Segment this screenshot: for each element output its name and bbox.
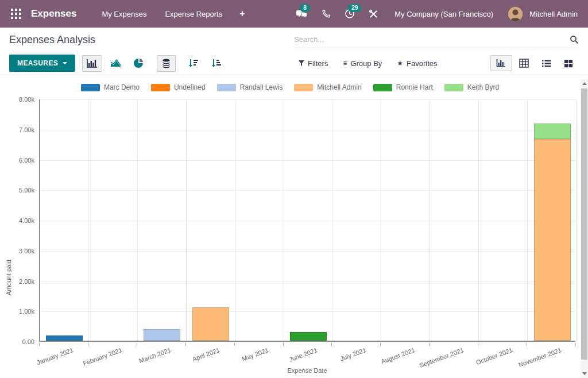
apps-menu-icon[interactable] xyxy=(8,6,24,22)
legend-label: Undefined xyxy=(174,83,206,91)
gridline-vertical xyxy=(137,99,138,341)
chart-type-line-button[interactable] xyxy=(106,55,126,71)
list-view-icon xyxy=(541,59,551,68)
x-tick-mark xyxy=(39,343,40,346)
legend-item-undefined[interactable]: Undefined xyxy=(151,83,206,91)
gridline-vertical xyxy=(235,99,235,341)
activities-button[interactable]: 29 xyxy=(339,5,361,22)
legend-swatch xyxy=(373,84,392,91)
bar-marc-demo[interactable] xyxy=(46,335,83,341)
view-switcher-graph[interactable] xyxy=(490,55,512,71)
group-by-icon: ≡ xyxy=(343,59,347,67)
top-navbar: Expenses My Expenses Expense Reports + 8… xyxy=(0,0,588,28)
favorites-label: Favorites xyxy=(407,59,437,68)
caret-down-icon xyxy=(63,62,67,64)
control-panel-toolbar: MEASURES xyxy=(0,52,588,75)
view-switcher-pivot[interactable] xyxy=(513,55,535,71)
scrollbar-thumb[interactable] xyxy=(581,88,587,360)
stacked-toggle-button[interactable] xyxy=(157,55,176,72)
x-tick-mark xyxy=(429,343,430,346)
kanban-view-icon xyxy=(564,59,573,68)
x-axis-title: Expense Date xyxy=(39,367,575,374)
sort-asc-icon xyxy=(211,59,222,68)
graph-view-content: Marc DemoUndefinedRandall LewisMitchell … xyxy=(0,75,588,378)
bar-keith-byrd[interactable] xyxy=(534,124,571,139)
view-switcher-list[interactable] xyxy=(536,56,557,71)
sort-ascending-button[interactable] xyxy=(207,55,226,72)
sort-descending-button[interactable] xyxy=(184,55,203,72)
y-tick-label: 4.00k xyxy=(1,217,34,224)
legend-swatch xyxy=(444,84,463,91)
scrollbar-down-arrow[interactable] xyxy=(581,369,588,378)
bar-mitchell-admin[interactable] xyxy=(534,139,571,341)
pie-chart-icon xyxy=(134,58,144,68)
legend-item-mitchell-admin[interactable]: Mitchell Admin xyxy=(294,83,361,91)
phone-button[interactable] xyxy=(316,6,336,22)
tools-button[interactable] xyxy=(363,6,384,22)
y-tick-label: 8.00k xyxy=(1,96,34,103)
gridline-horizontal xyxy=(40,130,575,130)
legend-swatch xyxy=(217,84,236,91)
legend-item-marc-demo[interactable]: Marc Demo xyxy=(81,83,140,91)
page-title: Expenses Analysis xyxy=(9,34,95,46)
scrollbar-up-arrow[interactable] xyxy=(581,79,588,88)
chart-type-pie-button[interactable] xyxy=(129,55,149,72)
messages-badge: 8 xyxy=(300,4,310,12)
bar-mitchell-admin[interactable] xyxy=(192,307,229,341)
legend-label: Ronnie Hart xyxy=(396,83,433,91)
gridline-horizontal xyxy=(40,281,575,282)
legend-swatch xyxy=(151,84,170,91)
y-axis-title: Amount paid xyxy=(5,252,12,303)
x-tick-mark xyxy=(527,343,527,346)
chart-legend: Marc DemoUndefinedRandall LewisMitchell … xyxy=(0,83,580,91)
view-switcher-kanban[interactable] xyxy=(558,56,579,71)
group-by-button[interactable]: ≡ Group By xyxy=(343,59,382,68)
bar-chart-icon xyxy=(87,59,98,68)
search-icon[interactable] xyxy=(570,35,579,44)
favorites-button[interactable]: ★ Favorites xyxy=(397,59,437,68)
favorites-star-icon: ★ xyxy=(397,59,403,67)
filters-label: Filters xyxy=(308,59,328,68)
x-tick-mark xyxy=(234,343,235,346)
menu-expense-reports[interactable]: Expense Reports xyxy=(156,2,231,26)
gridline-vertical xyxy=(284,99,284,341)
messages-button[interactable]: 8 xyxy=(291,5,314,22)
avatar-image xyxy=(508,7,523,21)
gridline-vertical xyxy=(88,99,89,341)
gridline-horizontal xyxy=(40,160,575,161)
search-box[interactable] xyxy=(294,31,579,48)
y-tick-label: 6.00k xyxy=(1,157,34,164)
y-tick-label: 1.00k xyxy=(1,308,34,315)
legend-swatch xyxy=(81,84,100,91)
phone-icon xyxy=(322,9,331,18)
legend-item-randall-lewis[interactable]: Randall Lewis xyxy=(217,83,283,91)
menu-my-expenses[interactable]: My Expenses xyxy=(92,2,156,26)
search-input[interactable] xyxy=(294,35,570,44)
x-tick-mark xyxy=(575,343,576,346)
menu-plus-button[interactable]: + xyxy=(231,2,253,26)
y-tick-label: 5.00k xyxy=(1,187,34,194)
legend-label: Keith Byrd xyxy=(467,83,499,91)
legend-item-keith-byrd[interactable]: Keith Byrd xyxy=(444,83,499,91)
measures-button[interactable]: MEASURES xyxy=(9,55,75,72)
chart-type-bar-button[interactable] xyxy=(82,55,102,72)
vertical-scrollbar[interactable] xyxy=(581,79,588,378)
gridline-horizontal xyxy=(40,251,575,252)
gridline-horizontal xyxy=(40,190,575,191)
company-switcher[interactable]: My Company (San Francisco) xyxy=(386,10,506,18)
x-tick-mark xyxy=(88,343,88,346)
x-tick-mark xyxy=(478,343,478,346)
stacked-database-icon xyxy=(161,59,171,68)
filters-button[interactable]: Filters xyxy=(299,59,328,68)
bar-ronnie-hart[interactable] xyxy=(290,332,327,341)
user-avatar[interactable] xyxy=(508,7,523,21)
x-tick-mark xyxy=(137,343,137,346)
app-name[interactable]: Expenses xyxy=(31,8,76,20)
grid-icon xyxy=(11,9,21,19)
graph-view-icon xyxy=(496,59,506,68)
tools-wrench-icon xyxy=(369,9,378,19)
user-menu[interactable]: Mitchell Admin xyxy=(525,10,580,18)
bar-randall-lewis[interactable] xyxy=(144,329,180,341)
legend-swatch xyxy=(294,84,313,91)
legend-item-ronnie-hart[interactable]: Ronnie Hart xyxy=(373,83,433,91)
